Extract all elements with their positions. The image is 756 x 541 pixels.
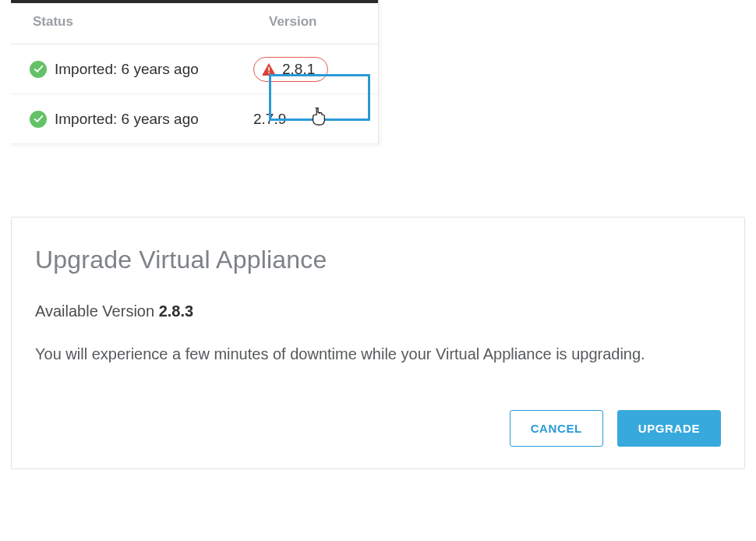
alert-icon (262, 63, 276, 76)
available-version-label: Available Version (35, 302, 159, 320)
check-icon (30, 111, 47, 128)
table-header-row: Status Version (11, 3, 378, 44)
version-pill-warning[interactable]: 2.8.1 (253, 57, 328, 82)
status-text: Imported: 6 years ago (55, 111, 199, 128)
table-row: Imported: 6 years ago 2.8.1 (11, 44, 378, 94)
available-version-value: 2.8.3 (159, 302, 193, 320)
column-header-status: Status (33, 14, 269, 30)
table-row: Imported: 6 years ago 2.7.9 (11, 94, 378, 144)
available-version-line: Available Version 2.8.3 (35, 302, 721, 320)
version-text: 2.7.9 (253, 111, 286, 128)
status-cell: Imported: 6 years ago (30, 61, 253, 78)
check-icon (30, 61, 47, 78)
version-cell: 2.8.1 (253, 57, 362, 82)
status-text: Imported: 6 years ago (55, 61, 199, 78)
version-cell: 2.7.9 (253, 111, 362, 128)
dialog-actions: CANCEL UPGRADE (35, 410, 721, 447)
upgrade-dialog: Upgrade Virtual Appliance Available Vers… (11, 217, 745, 469)
status-cell: Imported: 6 years ago (30, 111, 253, 128)
appliance-table: Status Version Imported: 6 years ago 2.8… (11, 0, 379, 144)
dialog-title: Upgrade Virtual Appliance (35, 246, 721, 274)
column-header-version: Version (269, 14, 362, 30)
version-text: 2.8.1 (282, 61, 315, 78)
upgrade-button[interactable]: UPGRADE (617, 410, 721, 447)
dialog-description: You will experience a few minutes of dow… (35, 342, 721, 366)
cancel-button[interactable]: CANCEL (510, 410, 603, 447)
